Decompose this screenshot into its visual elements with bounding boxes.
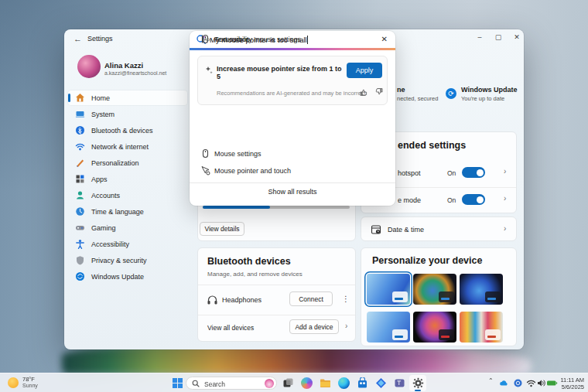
apply-button[interactable]: Apply [347,63,382,78]
gaming-icon [75,223,85,233]
chevron-right-icon: › [504,224,506,233]
sidebar-item-bluetooth[interactable]: Bluetooth & devices [68,123,187,138]
windows-start-icon[interactable] [172,377,183,389]
task-view-icon[interactable] [282,377,294,389]
back-arrow-icon[interactable]: ← [74,34,82,43]
ai-suggestion-text: Increase mouse pointer size from 1 to 5 [217,65,347,80]
teams-icon[interactable]: T [394,377,405,389]
search-placeholder: Search [204,380,225,388]
sidebar-item-label: Accounts [91,192,120,199]
weather-condition[interactable]: Sunny [22,383,38,388]
windows-update-icon [75,271,85,281]
sidebar-item-accounts[interactable]: Accounts [68,188,187,203]
sidebar-item-windows-update[interactable]: Windows Update [68,269,187,284]
sidebar-item-privacy[interactable]: Privacy & security [68,253,187,268]
sidebar-item-apps[interactable]: Apps [68,172,187,186]
taskbar-search-box[interactable]: Search [186,377,277,390]
privacy-icon [75,255,85,265]
accounts-icon [75,190,85,200]
maximize-button[interactable]: ▢ [491,32,505,43]
file-explorer-icon[interactable] [320,377,331,389]
thumbs-up-icon[interactable] [359,87,368,97]
sidebar-item-label: Time & language [91,208,144,216]
sidebar-item-home[interactable]: Home [68,90,187,105]
result-label: Text cursor [214,36,248,43]
sidebar-item-gaming[interactable]: Gaming [68,220,187,235]
tray-time[interactable]: 11:11 AM [560,377,584,383]
settings-gear-icon[interactable] [412,377,424,389]
theme-thumbnail-3[interactable] [460,274,503,305]
edge-icon[interactable] [338,377,350,389]
row-label-fragment: hotspot [398,169,421,177]
sidebar-item-label: Network & internet [91,143,149,151]
update-banner-status: You're up to date [461,95,504,102]
sidebar-item-label: Accessibility [91,240,129,248]
text-cursor-icon: Ab [200,34,210,44]
sidebar-item-label: Bluetooth & devices [91,127,153,135]
sidebar-item-label: Personalization [91,159,139,167]
copilot-icon[interactable] [301,377,313,389]
wifi-icon[interactable] [526,378,536,388]
close-button[interactable]: ✕ [510,32,524,43]
view-details-button[interactable]: View details [200,222,244,236]
personalization-icon [75,158,85,168]
show-all-results-link[interactable]: Show all results [190,188,395,196]
windows-update-banner-icon: ⟳ [446,88,456,99]
sidebar-item-system[interactable]: System [68,107,187,121]
tray-app-icon[interactable] [513,378,523,388]
battery-icon[interactable] [546,378,558,388]
result-mouse-settings[interactable]: Mouse settings [190,145,395,162]
minimize-button[interactable]: – [473,32,487,43]
mouse-icon [200,148,210,159]
svg-text:Ab: Ab [204,36,210,42]
ai-suggestion-card: Increase mouse pointer size from 1 to 5 … [197,56,388,105]
bing-daily-icon [265,379,274,388]
microsoft-store-icon[interactable] [357,377,368,389]
personalize-card: Personalize your device [361,247,517,346]
result-mouse-pointer-touch[interactable]: Mouse pointer and touch [190,162,395,179]
user-name: Alina Kazzi [104,61,143,70]
add-device-button[interactable]: Add a device [289,319,339,334]
avatar[interactable] [77,55,101,78]
bluetooth-title: Bluetooth devices [207,256,291,267]
theme-thumbnail-2[interactable] [413,274,456,305]
view-all-devices-link[interactable]: View all devices [207,324,254,332]
date-time-label: Date & time [388,226,424,233]
mode-toggle[interactable] [462,194,485,205]
calendar-clock-icon [371,224,381,235]
theme-thumbnail-6[interactable] [460,312,503,343]
m365-copilot-icon[interactable] [375,377,387,389]
result-text-cursor[interactable]: Ab Text cursor [190,31,395,48]
storage-progress-bar [203,206,350,209]
thumbs-down-icon[interactable] [374,87,384,97]
sidebar-item-network[interactable]: Network & internet [68,139,187,154]
headphones-icon [207,295,218,305]
tray-chevron-up-icon[interactable]: ⌃ [488,377,494,384]
sidebar-item-label: System [91,111,115,118]
bluetooth-card: Bluetooth devices Manage, add, and remov… [197,247,356,342]
onedrive-cloud-icon[interactable] [499,378,509,388]
theme-thumbnail-5[interactable] [413,312,456,343]
sidebar-item-time-language[interactable]: Time & language [68,204,187,219]
kebab-menu-icon[interactable]: ⋮ [342,295,350,303]
divider [190,182,395,183]
connect-button[interactable]: Connect [289,291,333,306]
window-title: Settings [87,35,113,43]
weather-sun-icon[interactable] [8,377,19,388]
weather-temp[interactable]: 78°F [22,376,35,383]
theme-thumbnail-4[interactable] [367,312,410,343]
bluetooth-icon [75,125,85,135]
update-banner-title[interactable]: Windows Update [461,86,517,94]
volume-icon[interactable] [536,378,546,388]
sidebar-item-accessibility[interactable]: Accessibility [68,237,187,251]
toggle-state-label: On [447,196,456,204]
network-icon [75,141,85,152]
result-label: Mouse pointer and touch [214,167,291,175]
tray-date[interactable]: 5/6/2025 [562,384,584,390]
date-time-card[interactable]: Date & time › [361,216,517,241]
sidebar-item-personalization[interactable]: Personalization [68,155,187,170]
hotspot-toggle[interactable] [462,167,485,178]
theme-thumbnail-1[interactable] [367,274,410,305]
ai-gradient-line [190,48,395,50]
accessibility-icon [75,239,85,249]
